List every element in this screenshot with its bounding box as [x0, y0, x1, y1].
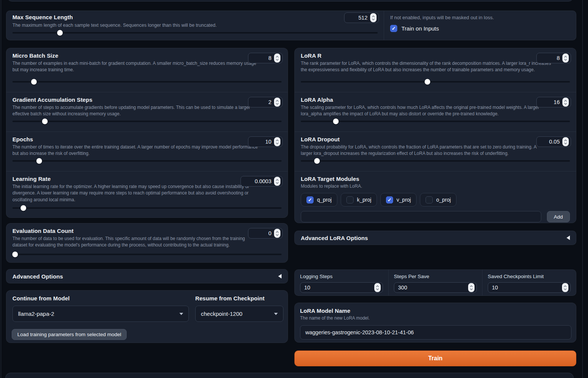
- lora-model-name-label: LoRA Model Name: [300, 308, 571, 314]
- train-on-inputs-checkbox[interactable]: [390, 25, 397, 32]
- continue-model-value: llama2-papa-2: [18, 311, 54, 317]
- number-spinner-icon[interactable]: [370, 13, 377, 22]
- outer-border-left: [1, 0, 1, 378]
- next-panel-edge: [5, 373, 574, 378]
- learning-rate-value[interactable]: 0.0003: [245, 178, 271, 184]
- slider-track[interactable]: [12, 160, 282, 162]
- checkpoint-steps-panel: Logging Steps 10 Steps Per Save 300 Save…: [294, 269, 576, 296]
- advanced-lora-options-accordion[interactable]: Advanced LoRA Options: [294, 231, 576, 245]
- micro-batch-size-slider[interactable]: [12, 79, 282, 84]
- q-proj-checkbox[interactable]: [306, 196, 314, 204]
- learning-rate-number-input[interactable]: 0.0003: [240, 176, 283, 187]
- training-settings-page: Max Sequence Length The maximum length o…: [0, 0, 588, 378]
- micro-batch-size-value[interactable]: 8: [252, 55, 271, 61]
- resume-checkpoint-dropdown[interactable]: checkpoint-1200: [195, 306, 283, 322]
- add-module-row: Add: [301, 211, 570, 222]
- lora-alpha-label: LoRA Alpha: [301, 96, 570, 103]
- gradient-accumulation-section: Gradient Accumulation Steps The number o…: [6, 92, 288, 132]
- number-spinner-icon[interactable]: [274, 54, 280, 63]
- slider-thumb[interactable]: [314, 158, 320, 164]
- slider-track[interactable]: [12, 254, 282, 255]
- train-button[interactable]: Train: [294, 350, 576, 366]
- continue-model-dropdown[interactable]: llama2-papa-2: [12, 306, 189, 322]
- lora-model-name-input[interactable]: [300, 325, 571, 340]
- advanced-lora-options-label: Advanced LoRA Options: [301, 235, 368, 241]
- lora-r-slider[interactable]: [301, 79, 570, 84]
- max-sequence-slider[interactable]: [12, 30, 378, 35]
- epochs-slider[interactable]: [12, 158, 282, 164]
- evaluation-data-number-input[interactable]: 0: [248, 228, 283, 239]
- number-spinner-icon[interactable]: [562, 54, 569, 63]
- number-spinner-icon[interactable]: [274, 229, 280, 238]
- slider-thumb[interactable]: [57, 30, 63, 35]
- gradient-accumulation-value[interactable]: 2: [252, 99, 271, 105]
- lora-r-value[interactable]: 8: [541, 55, 560, 61]
- slider-thumb[interactable]: [42, 118, 47, 124]
- module-option-k-proj[interactable]: k_proj: [341, 193, 377, 207]
- learning-rate-slider[interactable]: [12, 205, 282, 211]
- slider-track[interactable]: [301, 81, 570, 83]
- slider-thumb[interactable]: [31, 79, 37, 84]
- load-parameters-button[interactable]: Load training parameters from selected m…: [12, 329, 127, 340]
- logging-steps-value[interactable]: 10: [304, 285, 372, 291]
- number-spinner-icon[interactable]: [468, 283, 475, 292]
- lora-r-description: The rank parameter for LoRA, which contr…: [301, 60, 570, 73]
- slider-track[interactable]: [301, 121, 570, 122]
- train-on-inputs-checkbox-row[interactable]: Train on Inputs: [390, 25, 570, 32]
- module-option-q-proj[interactable]: q_proj: [301, 193, 337, 207]
- lora-dropout-value[interactable]: 0.05: [541, 139, 560, 145]
- module-option-o-proj[interactable]: o_proj: [420, 193, 456, 207]
- steps-per-save-value[interactable]: 300: [398, 285, 466, 291]
- epochs-value[interactable]: 10: [252, 139, 271, 145]
- lora-alpha-slider[interactable]: [301, 118, 570, 124]
- o-proj-checkbox[interactable]: [426, 196, 433, 204]
- steps-per-save-label: Steps Per Save: [394, 274, 477, 279]
- evaluation-data-slider[interactable]: [12, 251, 282, 257]
- slider-thumb[interactable]: [12, 251, 18, 257]
- module-option-v-proj[interactable]: v_proj: [380, 193, 416, 207]
- add-module-button[interactable]: Add: [547, 211, 570, 222]
- logging-steps-number-input[interactable]: 10: [300, 282, 383, 293]
- lora-alpha-number-input[interactable]: 16: [536, 97, 571, 107]
- saved-checkpoints-limit-number-input[interactable]: 10: [488, 282, 571, 293]
- micro-batch-size-description: The number of examples in each mini-batc…: [12, 60, 282, 73]
- slider-track[interactable]: [12, 32, 378, 34]
- saved-checkpoints-limit-value[interactable]: 10: [492, 285, 559, 291]
- v-proj-label: v_proj: [397, 197, 411, 203]
- learning-rate-section: Learning Rate The initial learning rate …: [6, 171, 288, 218]
- add-module-input[interactable]: [301, 211, 541, 222]
- slider-thumb[interactable]: [37, 158, 42, 164]
- lora-r-number-input[interactable]: 8: [536, 53, 571, 63]
- lora-dropout-slider[interactable]: [301, 158, 570, 164]
- max-sequence-number-input[interactable]: 512: [344, 12, 379, 23]
- slider-thumb[interactable]: [20, 205, 26, 211]
- number-spinner-icon[interactable]: [562, 283, 568, 292]
- gradient-accumulation-label: Gradient Accumulation Steps: [12, 96, 282, 103]
- lora-dropout-number-input[interactable]: 0.05: [536, 136, 571, 147]
- lora-alpha-value[interactable]: 16: [541, 99, 560, 105]
- v-proj-checkbox[interactable]: [386, 196, 393, 204]
- slider-track[interactable]: [12, 81, 282, 83]
- number-spinner-icon[interactable]: [274, 137, 280, 146]
- slider-thumb[interactable]: [424, 79, 430, 84]
- k-proj-checkbox[interactable]: [346, 196, 354, 204]
- number-spinner-icon[interactable]: [374, 283, 381, 292]
- epochs-label: Epochs: [12, 136, 282, 142]
- advanced-options-accordion[interactable]: Advanced Options: [6, 269, 288, 283]
- epochs-number-input[interactable]: 10: [248, 136, 283, 147]
- number-spinner-icon[interactable]: [562, 98, 569, 107]
- steps-per-save-number-input[interactable]: 300: [394, 282, 477, 293]
- number-spinner-icon[interactable]: [274, 98, 280, 107]
- slider-thumb[interactable]: [333, 118, 338, 124]
- number-spinner-icon[interactable]: [274, 177, 280, 186]
- number-spinner-icon[interactable]: [562, 137, 569, 146]
- gradient-accumulation-slider[interactable]: [12, 118, 282, 124]
- gradient-accumulation-number-input[interactable]: 2: [248, 97, 283, 107]
- max-sequence-value[interactable]: 512: [348, 15, 368, 21]
- micro-batch-size-number-input[interactable]: 8: [248, 53, 283, 63]
- epochs-description: The number of times to iterate over the …: [12, 144, 282, 157]
- slider-track[interactable]: [301, 160, 570, 162]
- evaluation-data-value[interactable]: 0: [252, 230, 271, 236]
- slider-track[interactable]: [12, 121, 282, 122]
- slider-track[interactable]: [12, 207, 282, 209]
